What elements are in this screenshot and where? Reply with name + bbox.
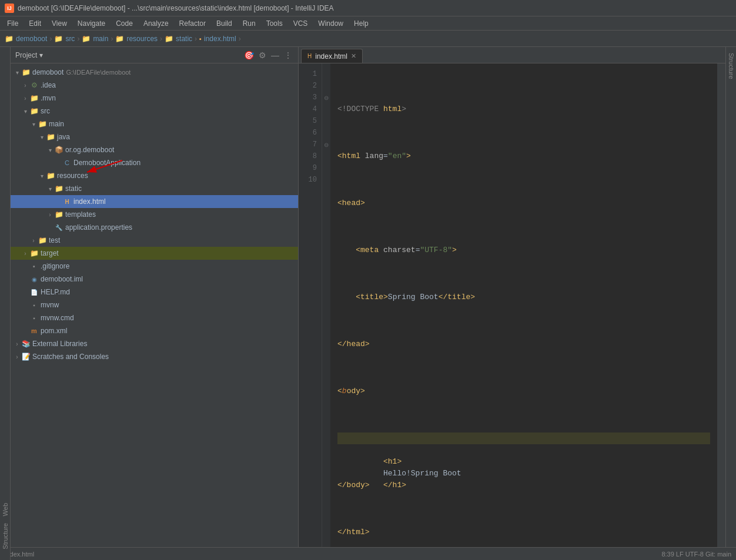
expand-arrow-src[interactable]: ▾ xyxy=(21,108,29,115)
tree-label-pom-xml: pom.xml xyxy=(41,327,67,335)
tree-item-static[interactable]: ▾ 📁 static xyxy=(11,182,298,195)
folder-icon-test: 📁 xyxy=(38,236,47,245)
code-line-2: <html lang="en" > xyxy=(337,150,710,162)
html-file-icon: H xyxy=(62,197,72,206)
tree-label-main: main xyxy=(49,120,64,128)
expand-arrow-templates[interactable]: › xyxy=(46,212,54,218)
tree-label-package: or.og.demoboot xyxy=(65,146,114,154)
expand-arrow-idea[interactable]: › xyxy=(21,82,29,89)
more-icon[interactable]: ⋮ xyxy=(283,49,293,61)
tree-item-resources[interactable]: ▾ 📁 resources xyxy=(11,169,298,182)
expand-arrow-external-libs[interactable]: › xyxy=(13,341,21,347)
folder-icon-templates: 📁 xyxy=(54,210,63,219)
expand-arrow-package[interactable]: ▾ xyxy=(46,147,54,153)
breadcrumb-main[interactable]: main xyxy=(93,35,108,43)
breadcrumb-main-icon: 📁 xyxy=(82,35,91,43)
tree-label-static: static xyxy=(65,185,82,193)
settings-icon[interactable]: ⚙ xyxy=(257,49,267,61)
tree-item-help-md[interactable]: 📄 HELP.md xyxy=(11,286,298,299)
tab-label: index.html xyxy=(315,52,347,61)
tree-item-mvn[interactable]: › 📁 .mvn xyxy=(11,92,298,105)
tree-item-mvnw-cmd[interactable]: ▪ mvnw.cmd xyxy=(11,311,298,324)
menu-refactor[interactable]: Refactor xyxy=(175,18,210,29)
tree-item-index-html[interactable]: H index.html xyxy=(11,195,298,208)
tree-item-templates[interactable]: › 📁 templates xyxy=(11,208,298,221)
breadcrumb-src[interactable]: src xyxy=(65,35,75,43)
menu-navigate[interactable]: Navigate xyxy=(73,18,110,29)
pom-icon: m xyxy=(29,326,39,336)
tree-item-external-libraries[interactable]: › 📚 External Libraries xyxy=(11,337,298,350)
status-bar-right: 8:39 LF UTF-8 Git: main xyxy=(661,551,731,558)
tree-item-demoboot-root[interactable]: ▾ 📁 demoboot G:\IDEAFile\demoboot xyxy=(11,66,298,79)
mvnw-icon: ▪ xyxy=(29,300,39,310)
structure-side-tab[interactable]: Structure xyxy=(1,519,10,553)
tree-item-idea[interactable]: › ⚙ .idea xyxy=(11,79,298,92)
menu-help[interactable]: Help xyxy=(349,18,373,29)
editor-tab-index-html[interactable]: H index.html ✕ xyxy=(301,49,363,63)
menu-edit[interactable]: Edit xyxy=(24,18,46,29)
expand-arrow-mvn[interactable]: › xyxy=(21,95,29,102)
menu-build[interactable]: Build xyxy=(212,18,237,29)
tree-label-mvnw: mvnw xyxy=(41,301,59,309)
code-line-7: <body> xyxy=(337,385,710,397)
tree-item-mvnw[interactable]: ▪ mvnw xyxy=(11,299,298,311)
tree-item-pom-xml[interactable]: m pom.xml xyxy=(11,324,298,337)
breadcrumb-indexhtml[interactable]: index.html xyxy=(204,35,236,43)
menu-tools[interactable]: Tools xyxy=(262,18,287,29)
menu-window[interactable]: Window xyxy=(313,18,348,29)
code-area[interactable]: <!DOCTYPE html> <html lang="en" > <head>… xyxy=(330,63,717,547)
code-line-1: <!DOCTYPE html> xyxy=(337,103,710,115)
menu-bar: File Edit View Navigate Code Analyze Ref… xyxy=(0,16,736,31)
folder-icon-static: 📁 xyxy=(54,184,63,193)
breadcrumb-demoboot[interactable]: demoboot xyxy=(16,35,47,43)
breadcrumb-indexhtml-icon: ▪ xyxy=(199,35,202,42)
tree-item-target[interactable]: › 📁 target xyxy=(11,247,298,260)
locate-icon[interactable]: 🎯 xyxy=(243,49,255,61)
tree-item-src[interactable]: ▾ 📁 src xyxy=(11,105,298,118)
tree-item-main[interactable]: ▾ 📁 main xyxy=(11,118,298,130)
tree-item-demoboot-iml[interactable]: ◉ demoboot.iml xyxy=(11,273,298,286)
folder-icon-main: 📁 xyxy=(38,119,47,129)
title-text: demoboot [G:\IDEAFile\demoboot] - ...\sr… xyxy=(18,4,334,12)
tree-label-scratches: Scratches and Consoles xyxy=(32,353,109,361)
fold-button-head[interactable]: ⊖ xyxy=(322,92,330,103)
expand-arrow-static[interactable]: ▾ xyxy=(46,186,54,192)
structure-tab[interactable]: Structure xyxy=(727,49,736,83)
web-tab[interactable]: Web xyxy=(1,499,10,519)
expand-arrow-java[interactable]: ▾ xyxy=(38,134,46,140)
menu-vcs[interactable]: VCS xyxy=(289,18,313,29)
expand-arrow-scratches[interactable]: › xyxy=(13,354,21,360)
breadcrumb-resources[interactable]: resources xyxy=(126,35,158,43)
tree-item-test[interactable]: › 📁 test xyxy=(11,234,298,247)
expand-arrow-test[interactable]: › xyxy=(29,237,38,244)
menu-file[interactable]: File xyxy=(2,18,23,29)
tree-label-DemobootApplication: DemobootApplication xyxy=(73,159,140,167)
breadcrumb-static[interactable]: static xyxy=(176,35,192,43)
project-tree: ▾ 📁 demoboot G:\IDEAFile\demoboot › ⚙ .i… xyxy=(11,63,298,547)
project-dropdown[interactable]: Project ▾ xyxy=(15,51,43,59)
mvnw-cmd-icon: ▪ xyxy=(29,313,39,323)
tree-item-application-properties[interactable]: 🔧 application.properties xyxy=(11,221,298,234)
folder-icon-target: 📁 xyxy=(29,249,39,258)
tree-item-gitignore[interactable]: ▪ .gitignore xyxy=(11,260,298,273)
expand-arrow-target[interactable]: › xyxy=(21,250,29,257)
menu-run[interactable]: Run xyxy=(238,18,260,29)
menu-analyze[interactable]: Analyze xyxy=(139,18,173,29)
tree-label-demoboot: demoboot xyxy=(32,68,63,76)
tab-file-icon: H xyxy=(307,53,312,59)
tree-item-DemobootApplication[interactable]: C DemobootApplication xyxy=(11,156,298,169)
tab-close-button[interactable]: ✕ xyxy=(351,52,356,60)
expand-arrow-main[interactable]: ▾ xyxy=(29,121,38,128)
menu-code[interactable]: Code xyxy=(111,18,138,29)
code-line-5: <title> Spring Boot </title> xyxy=(337,291,710,303)
fold-button-body[interactable]: ⊖ xyxy=(322,139,330,150)
expand-arrow-resources[interactable]: ▾ xyxy=(38,173,46,179)
collapse-all-icon[interactable]: — xyxy=(270,49,280,61)
menu-view[interactable]: View xyxy=(47,18,72,29)
tree-item-scratches[interactable]: › 📝 Scratches and Consoles xyxy=(11,350,298,363)
tree-label-java: java xyxy=(57,133,70,141)
tree-label-external-libraries: External Libraries xyxy=(32,340,87,348)
expand-arrow-demoboot[interactable]: ▾ xyxy=(13,69,21,76)
tree-item-package[interactable]: ▾ 📦 or.og.demoboot xyxy=(11,143,298,156)
tree-item-java[interactable]: ▾ 📁 java xyxy=(11,130,298,143)
